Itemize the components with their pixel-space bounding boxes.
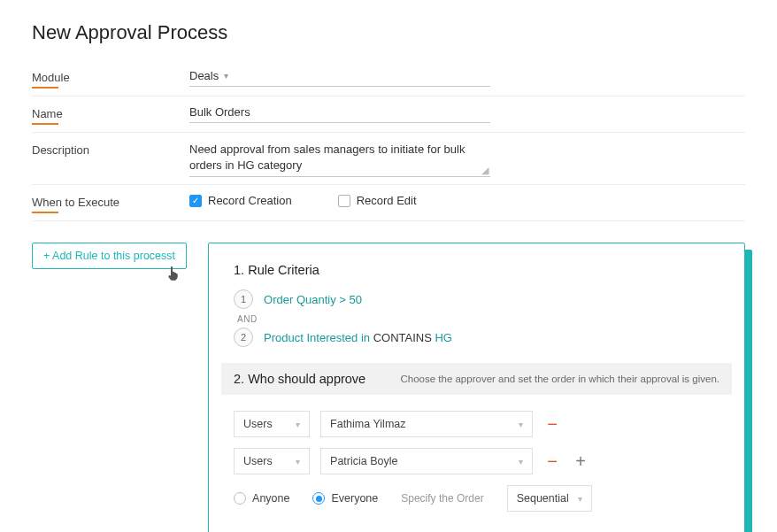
name-input[interactable]	[189, 105, 490, 119]
chevron-down-icon: ▾	[519, 457, 523, 466]
approver-row-2: Users ▾ Patricia Boyle ▾ − +	[234, 448, 719, 474]
approver-1-name-value: Fathima Yilmaz	[330, 418, 405, 430]
add-rule-label: + Add Rule to this processt	[43, 250, 175, 262]
approver-row-1: Users ▾ Fathima Yilmaz ▾ −	[234, 411, 719, 437]
remove-approver-1-button[interactable]: −	[543, 416, 561, 432]
record-creation-label: Record Creation	[208, 194, 292, 207]
add-approver-button[interactable]: +	[572, 453, 589, 469]
checkbox-record-edit[interactable]: Record Edit	[338, 194, 417, 207]
criteria-number-2: 2	[234, 328, 253, 347]
approve-title: 2. Who should approve	[234, 372, 365, 386]
approver-1-type-select[interactable]: Users ▾	[234, 411, 310, 437]
chevron-down-icon: ▾	[224, 71, 228, 81]
approver-2-type-value: Users	[243, 455, 273, 467]
rule-card: 1. Rule Criteria 1 Order Quantiy > 50 AN…	[208, 243, 745, 532]
chevron-down-icon: ▾	[519, 420, 523, 429]
row-when: When to Execute ✓ Record Creation Record…	[32, 185, 745, 221]
rule-criteria-title: 1. Rule Criteria	[234, 263, 719, 277]
checkbox-record-creation[interactable]: ✓ Record Creation	[189, 194, 292, 207]
remove-approver-2-button[interactable]: −	[543, 453, 561, 469]
description-textarea[interactable]	[189, 142, 490, 173]
label-module: Module	[32, 71, 70, 89]
label-when: When to Execute	[32, 196, 119, 213]
row-module: Module Deals ▾	[32, 60, 745, 96]
module-value: Deals	[189, 69, 219, 82]
chevron-down-icon: ▾	[296, 420, 300, 429]
criteria-1-field[interactable]: Order Quantiy	[264, 293, 336, 306]
radio-everyone[interactable]: Everyone	[312, 492, 378, 505]
criteria-1-value[interactable]: 50	[350, 293, 362, 306]
label-description: Description	[32, 143, 89, 157]
criteria-1-op: >	[339, 293, 346, 306]
add-rule-button[interactable]: + Add Rule to this processt	[32, 243, 187, 269]
criteria-2-op: CONTAINS	[373, 331, 432, 344]
criteria-2-value[interactable]: HG	[435, 331, 452, 344]
criteria-2-field[interactable]: Product Interested in	[264, 331, 370, 344]
approver-2-name-select[interactable]: Patricia Boyle ▾	[320, 448, 533, 474]
criteria-row-1: 1 Order Quantiy > 50	[234, 289, 719, 309]
approval-mode-row: Anyone Everyone Specify the Order Sequen…	[234, 485, 719, 512]
radio-empty-icon	[234, 492, 246, 505]
module-dropdown[interactable]: Deals ▾	[189, 69, 490, 87]
approve-header: 2. Who should approve Choose the approve…	[221, 363, 732, 395]
criteria-row-2: 2 Product Interested in CONTAINS HG	[234, 328, 719, 347]
approver-1-type-value: Users	[243, 418, 273, 430]
specify-order-label: Specify the Order	[401, 492, 483, 505]
label-name: Name	[32, 107, 63, 125]
radio-anyone[interactable]: Anyone	[234, 492, 289, 505]
chevron-down-icon: ▾	[578, 494, 582, 504]
check-icon: ✓	[189, 195, 202, 207]
order-value: Sequential	[517, 492, 569, 505]
row-description: Description ◢	[32, 133, 745, 185]
everyone-label: Everyone	[331, 492, 378, 505]
page-title: New Approval Process	[32, 21, 745, 44]
approve-hint: Choose the approver and set the order in…	[400, 374, 719, 384]
criteria-number-1: 1	[234, 289, 253, 309]
chevron-down-icon: ▾	[296, 457, 300, 466]
row-name: Name	[32, 96, 745, 133]
approver-1-name-select[interactable]: Fathima Yilmaz ▾	[320, 411, 533, 437]
criteria-and-label: AND	[237, 314, 719, 324]
radio-selected-icon	[312, 492, 325, 505]
approver-2-type-select[interactable]: Users ▾	[234, 448, 310, 474]
record-edit-label: Record Edit	[357, 194, 417, 207]
order-select[interactable]: Sequential ▾	[507, 485, 592, 512]
anyone-label: Anyone	[252, 492, 289, 505]
checkbox-empty-icon	[338, 195, 350, 207]
approver-2-name-value: Patricia Boyle	[330, 455, 397, 467]
